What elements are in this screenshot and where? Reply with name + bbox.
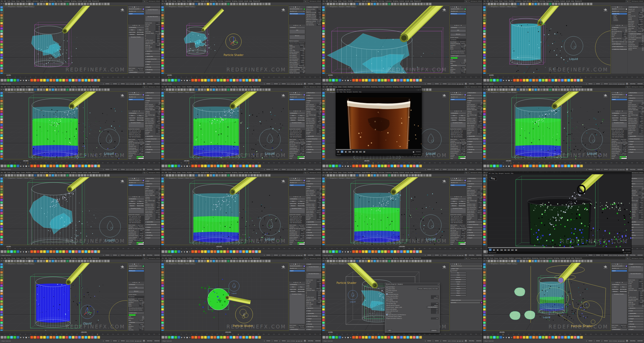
param-checkbox[interactable]: [642, 39, 644, 40]
toolbar-icon[interactable]: [230, 260, 233, 262]
object-name-field[interactable]: LiquidSource001: [128, 265, 142, 267]
toolbar-icon[interactable]: [40, 3, 42, 5]
toolbar-icon[interactable]: [34, 260, 37, 262]
stack-item-selected[interactable]: ParticleShader: [289, 13, 305, 15]
rollout-header[interactable]: ▸Splash/Mist: [628, 135, 644, 137]
menu-item[interactable]: Content: [399, 258, 404, 259]
phoenix-tool-icon[interactable]: [551, 164, 554, 167]
left-toolbar-icon[interactable]: [322, 126, 325, 129]
rollout-header[interactable]: ▸Export: [467, 237, 483, 239]
left-toolbar-icon[interactable]: [483, 121, 486, 123]
phoenix-tool-icon[interactable]: [174, 164, 177, 167]
stack-item-selected[interactable]: Liquid: [289, 184, 305, 186]
menu-item[interactable]: Animation: [193, 172, 199, 173]
toolbar-icon[interactable]: [514, 260, 517, 262]
stack-item-selected[interactable]: Liquid: [450, 184, 466, 186]
phoenix-tool-icon[interactable]: [355, 164, 358, 167]
param-checkbox[interactable]: [142, 326, 144, 327]
toolbar-icon[interactable]: [233, 260, 236, 262]
auto-key-button[interactable]: Auto Key: [307, 83, 314, 85]
phoenix-tool-icon[interactable]: [78, 250, 81, 253]
phoenix-tool-icon[interactable]: [210, 79, 213, 82]
phoenix-tool-icon[interactable]: [236, 79, 239, 82]
toolbar-icon[interactable]: [5, 3, 7, 5]
menu-item[interactable]: Scripting: [554, 1, 559, 2]
menu-item[interactable]: Help: [249, 258, 252, 259]
rollout-header[interactable]: ▾Foam: [306, 100, 322, 102]
volume-slider[interactable]: [626, 250, 630, 250]
panel-tab-icon[interactable]: +: [612, 263, 613, 265]
mini-playback-icon[interactable]: |◀: [296, 169, 297, 170]
toolbar-icon[interactable]: [104, 174, 107, 177]
toolbar-icon[interactable]: [43, 88, 45, 91]
left-toolbar-icon[interactable]: [322, 25, 325, 27]
panel-button[interactable]: Remove: [128, 290, 144, 293]
phoenix-tool-icon[interactable]: [381, 164, 384, 167]
panel-tab-icon[interactable]: +: [129, 177, 130, 179]
stack-tool-icon[interactable]: ▪: [136, 110, 137, 112]
auto-key-button[interactable]: Auto Key: [307, 254, 314, 256]
left-toolbar-icon[interactable]: [322, 124, 325, 126]
left-toolbar-icon[interactable]: [161, 201, 164, 204]
menu-item[interactable]: Edit: [487, 86, 489, 88]
mini-playback-icon[interactable]: ▶|: [624, 83, 625, 85]
object-name-field[interactable]: PhoenixFDLiquid001: [128, 179, 142, 181]
toolbar-icon[interactable]: [491, 260, 493, 262]
left-toolbar-icon[interactable]: [161, 319, 164, 321]
toolbar-icon[interactable]: [195, 174, 198, 177]
rollout-header[interactable]: ▸Input: [145, 143, 161, 145]
video-area[interactable]: [336, 93, 421, 149]
toolbar-icon[interactable]: [265, 174, 268, 177]
left-toolbar-icon[interactable]: [161, 271, 164, 273]
rollout-header[interactable]: ▸Preview: [145, 66, 161, 68]
toolbar-icon[interactable]: [72, 174, 75, 177]
pause-animation-button[interactable]: ▮: [183, 165, 186, 167]
left-toolbar-icon[interactable]: [483, 215, 486, 217]
stack-tool-icon[interactable]: ▪: [139, 196, 140, 197]
mini-playback-icon[interactable]: ◀: [137, 255, 138, 256]
param-checkbox[interactable]: [642, 193, 644, 195]
stack-tool-icon[interactable]: ▫: [298, 196, 299, 197]
toolbar-icon[interactable]: [368, 260, 370, 262]
object-color-swatch[interactable]: [625, 94, 627, 96]
panel-tab-icon[interactable]: ▪: [454, 92, 455, 93]
mini-playback-icon[interactable]: ▶|: [140, 255, 142, 256]
phoenix-tool-icon[interactable]: [245, 336, 248, 339]
mini-playback-icon[interactable]: |◀: [296, 83, 297, 85]
param-checkbox[interactable]: [481, 111, 483, 112]
menu-item[interactable]: Civil View: [57, 258, 62, 259]
toolbar-icon[interactable]: [569, 260, 572, 262]
toolbar-icon[interactable]: [566, 3, 569, 5]
stack-tool-icon[interactable]: ▮: [134, 196, 135, 197]
toolbar-icon[interactable]: [212, 174, 215, 177]
left-toolbar-icon[interactable]: [483, 6, 486, 8]
toolbar-icon[interactable]: [57, 260, 60, 262]
phoenix-tool-icon[interactable]: [94, 336, 97, 339]
phoenix-tool-icon[interactable]: [574, 79, 577, 82]
object-type-button[interactable]: TextPlus: [450, 294, 466, 297]
menu-item[interactable]: Graph Editors: [40, 172, 48, 173]
menu-item[interactable]: File: [323, 86, 325, 88]
left-toolbar-icon[interactable]: [161, 22, 164, 24]
phoenix-tool-icon[interactable]: [214, 336, 216, 339]
panel-button[interactable]: Restore: [289, 119, 297, 121]
toolbar-icon[interactable]: [365, 174, 367, 177]
panel-listbox[interactable]: GRID: 469x94x96, 76 MBLiquid/Temperature…: [611, 130, 627, 138]
phoenix-tool-icon[interactable]: [397, 79, 400, 82]
player-menu-item[interactable]: Favorites: [353, 91, 358, 93]
left-toolbar-icon[interactable]: [483, 279, 486, 281]
panel-tab-icon[interactable]: ×: [138, 6, 139, 8]
phoenix-tool-icon[interactable]: [59, 336, 62, 339]
x-coordinate-field[interactable]: 0.0cm: [588, 254, 593, 256]
left-toolbar-icon[interactable]: [483, 22, 486, 24]
rollout-header[interactable]: ▸Grid: [467, 180, 483, 182]
toolbar-icon[interactable]: [265, 260, 268, 262]
left-toolbar-icon[interactable]: [322, 33, 325, 35]
phoenix-tool-icon[interactable]: [65, 164, 68, 167]
toolbar-icon[interactable]: [63, 174, 66, 177]
toolbar-icon[interactable]: [54, 88, 57, 91]
left-toolbar-icon[interactable]: [0, 134, 3, 137]
param-value[interactable]: 10.0cm: [317, 133, 321, 135]
rollout-header[interactable]: ▾Simulation: [128, 112, 144, 114]
left-toolbar-icon[interactable]: [0, 217, 3, 220]
